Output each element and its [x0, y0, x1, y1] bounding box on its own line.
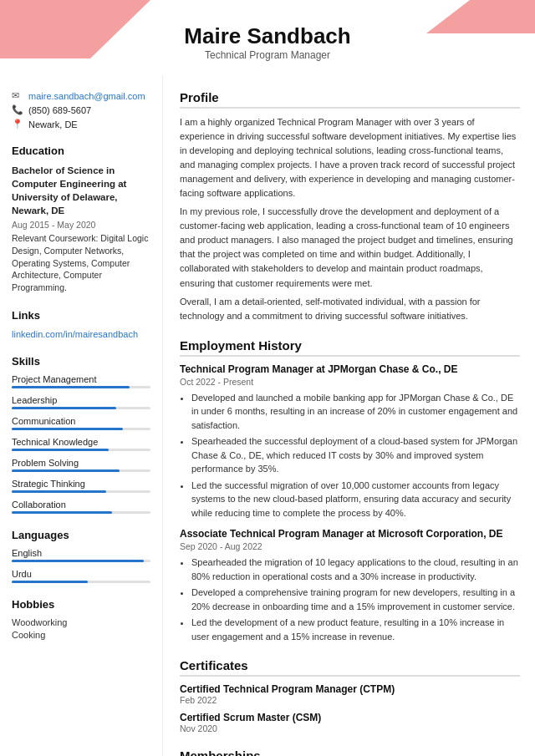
- skill-item: Problem Solving: [12, 458, 150, 472]
- language-item: Urdu: [12, 569, 150, 583]
- skill-label: Technical Knowledge: [12, 437, 150, 447]
- cert-item: Certified Scrum Master (CSM) Nov 2020: [180, 712, 520, 733]
- hobbies-section: Hobbies WoodworkingCooking: [12, 598, 150, 640]
- skill-bar-fill: [12, 469, 120, 472]
- cert-name: Certified Technical Program Manager (CTP…: [180, 683, 520, 695]
- location-icon: 📍: [12, 119, 23, 129]
- education-degree: Bachelor of Science in Computer Engineer…: [12, 164, 150, 217]
- certs-list: Certified Technical Program Manager (CTP…: [180, 683, 520, 733]
- hobby-item: Woodworking: [12, 617, 150, 627]
- job-bullets: Spearheaded the migration of 10 legacy a…: [180, 556, 520, 643]
- skill-bar-bg: [12, 511, 150, 514]
- cert-date: Feb 2022: [180, 695, 520, 705]
- job-bullet: Led the development of a new product fea…: [191, 616, 520, 643]
- skill-label: Collaboration: [12, 500, 150, 510]
- job-entry: Technical Program Manager at JPMorgan Ch…: [180, 363, 520, 520]
- skill-label: Strategic Thinking: [12, 479, 150, 489]
- hobbies-heading: Hobbies: [12, 598, 150, 611]
- skill-bar-bg: [12, 428, 150, 430]
- job-bullet: Spearheaded the migration of 10 legacy a…: [191, 556, 520, 583]
- email-icon: ✉: [12, 90, 23, 101]
- job-entry: Associate Technical Program Manager at M…: [180, 528, 520, 643]
- skill-label: Project Management: [12, 374, 150, 384]
- skill-bar-bg: [12, 386, 150, 388]
- main-layout: ✉ maire.sandbach@gmail.com 📞 (850) 689-5…: [0, 75, 535, 756]
- hobby-item: Cooking: [12, 630, 150, 640]
- skill-bar-fill: [12, 449, 109, 451]
- profile-text: I am a highly organized Technical Progra…: [180, 115, 520, 323]
- job-bullet: Developed and launched a mobile banking …: [191, 391, 520, 433]
- phone-icon: 📞: [12, 104, 23, 115]
- job-date: Oct 2022 - Present: [180, 377, 520, 387]
- header: Maire Sandbach Technical Program Manager: [0, 0, 535, 75]
- candidate-title: Technical Program Manager: [205, 49, 330, 61]
- location-item: 📍 Newark, DE: [12, 119, 150, 129]
- certificates-heading: Certificates: [180, 658, 520, 677]
- header-decoration-left: [0, 0, 150, 58]
- sidebar: ✉ maire.sandbach@gmail.com 📞 (850) 689-5…: [0, 75, 163, 756]
- linkedin-item: linkedin.com/in/mairesandbach: [12, 328, 150, 340]
- education-coursework: Relevant Coursework: Digital Logic Desig…: [12, 232, 150, 293]
- location-text: Newark, DE: [28, 119, 78, 129]
- skill-bar-bg: [12, 449, 150, 451]
- skill-bar-fill: [12, 407, 116, 409]
- email-item: ✉ maire.sandbach@gmail.com: [12, 90, 150, 101]
- skill-bar-bg: [12, 490, 150, 493]
- skill-item: Leadership: [12, 395, 150, 409]
- education-dates: Aug 2015 - May 2020: [12, 220, 150, 230]
- language-label: Urdu: [12, 569, 150, 579]
- languages-list: English Urdu: [12, 548, 150, 583]
- skill-item: Collaboration: [12, 500, 150, 514]
- language-item: English: [12, 548, 150, 562]
- jobs-list: Technical Program Manager at JPMorgan Ch…: [180, 363, 520, 644]
- skill-bar-fill: [12, 490, 106, 493]
- job-date: Sep 2020 - Aug 2022: [180, 541, 520, 551]
- job-title: Technical Program Manager at JPMorgan Ch…: [180, 363, 520, 375]
- employment-section: Employment History Technical Program Man…: [180, 338, 520, 644]
- skill-label: Leadership: [12, 395, 150, 405]
- skill-item: Communication: [12, 416, 150, 430]
- email-link[interactable]: maire.sandbach@gmail.com: [28, 91, 145, 101]
- skill-item: Project Management: [12, 374, 150, 388]
- memberships-section: Memberships: [180, 748, 520, 756]
- main-content: Profile I am a highly organized Technica…: [163, 75, 535, 756]
- education-section: Education Bachelor of Science in Compute…: [12, 145, 150, 294]
- linkedin-link[interactable]: linkedin.com/in/mairesandbach: [12, 329, 138, 339]
- contact-section: ✉ maire.sandbach@gmail.com 📞 (850) 689-5…: [12, 90, 150, 129]
- memberships-heading: Memberships: [180, 748, 520, 756]
- language-bar-bg: [12, 560, 150, 562]
- education-heading: Education: [12, 145, 150, 157]
- language-bar-fill: [12, 560, 144, 562]
- certificates-section: Certificates Certified Technical Program…: [180, 658, 520, 733]
- skill-item: Technical Knowledge: [12, 437, 150, 451]
- skills-list: Project Management Leadership Communicat…: [12, 374, 150, 514]
- employment-heading: Employment History: [180, 338, 520, 357]
- skill-label: Communication: [12, 416, 150, 426]
- skill-bar-bg: [12, 407, 150, 409]
- skills-heading: Skills: [12, 355, 150, 368]
- language-bar-fill: [12, 581, 88, 583]
- languages-heading: Languages: [12, 529, 150, 541]
- phone-item: 📞 (850) 689-5607: [12, 104, 150, 115]
- cert-item: Certified Technical Program Manager (CTP…: [180, 683, 520, 705]
- job-bullet: Led the successful migration of over 10,…: [191, 479, 520, 520]
- skill-bar-fill: [12, 428, 123, 430]
- cert-date: Nov 2020: [180, 723, 520, 733]
- cert-name: Certified Scrum Master (CSM): [180, 712, 520, 723]
- skills-section: Skills Project Management Leadership Com…: [12, 355, 150, 514]
- job-bullet: Developed a comprehensive training progr…: [191, 586, 520, 613]
- header-decoration-right: [426, 0, 535, 33]
- profile-paragraph: In my previous role, I successfully drov…: [180, 205, 520, 290]
- profile-heading: Profile: [180, 90, 520, 109]
- candidate-name: Maire Sandbach: [184, 23, 350, 49]
- language-bar-bg: [12, 581, 150, 583]
- languages-section: Languages English Urdu: [12, 529, 150, 583]
- job-title: Associate Technical Program Manager at M…: [180, 528, 520, 540]
- phone-text: (850) 689-5607: [28, 105, 91, 115]
- links-section: Links linkedin.com/in/mairesandbach: [12, 309, 150, 340]
- skill-label: Problem Solving: [12, 458, 150, 468]
- hobbies-list: WoodworkingCooking: [12, 617, 150, 640]
- profile-paragraph: Overall, I am a detail-oriented, self-mo…: [180, 295, 520, 323]
- job-bullet: Spearheaded the successful deployment of…: [191, 434, 520, 476]
- job-bullets: Developed and launched a mobile banking …: [180, 391, 520, 520]
